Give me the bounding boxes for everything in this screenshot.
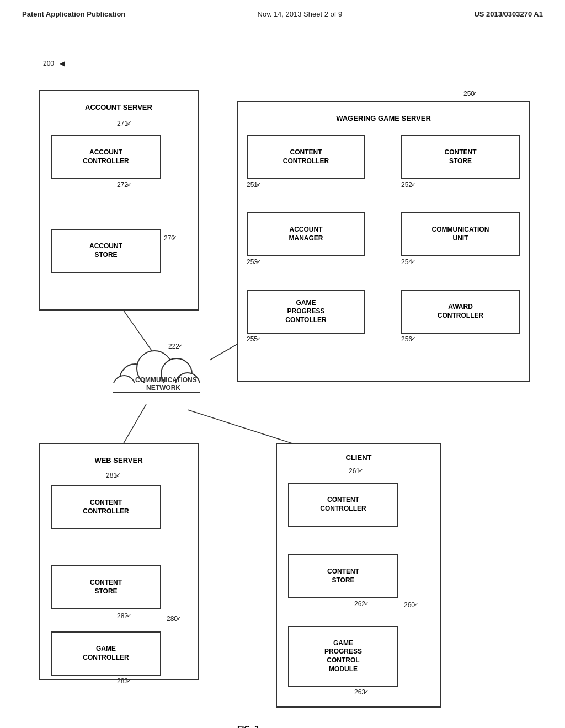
cloud-svg: COMMUNICATIONS NETWORK	[102, 338, 212, 410]
award-controller-box: AWARD CONTROLLER	[401, 290, 520, 334]
communication-unit-box: COMMUNICATION UNIT	[401, 212, 520, 256]
content-store-client-box: CONTENT STORE	[288, 554, 398, 598]
wagering-game-server-label: WAGERING GAME SERVER	[244, 108, 523, 130]
header-left: Patent Application Publication	[22, 10, 125, 18]
svg-text:NETWORK: NETWORK	[146, 384, 180, 392]
ref-272-symbol: ↙	[127, 181, 131, 187]
content-controller-ws-box: CONTENT CONTROLLER	[51, 485, 161, 529]
client-label: CLIENT	[282, 449, 435, 466]
svg-text:COMMUNICATIONS: COMMUNICATIONS	[135, 376, 197, 384]
web-server-outer-box: WEB SERVER 281 ↙ CONTENT CONTROLLER CONT…	[39, 443, 199, 680]
header-center: Nov. 14, 2013 Sheet 2 of 9	[258, 10, 343, 18]
account-store-box: ACCOUNT STORE	[51, 229, 161, 273]
content-store-ws-box: CONTENT STORE	[51, 565, 161, 609]
game-progress-controller-box: GAME PROGRESS CONTOLLER	[247, 290, 365, 334]
wagering-game-server-outer-box: WAGERING GAME SERVER CONTENT CONTROLLER …	[237, 101, 530, 382]
game-controller-box: GAME CONTROLLER	[51, 631, 161, 676]
page-header: Patent Application Publication Nov. 14, …	[0, 0, 565, 18]
client-outer-box: CLIENT 261 ↙ CONTENT CONTROLLER CONTENT …	[276, 443, 441, 708]
header-right: US 2013/0303270 A1	[474, 10, 543, 18]
ref-271-symbol: ↙	[127, 120, 131, 126]
account-manager-box: ACCOUNT MANAGER	[247, 212, 365, 256]
ref-250-symbol: ↙	[472, 90, 477, 96]
fig-label: FIG. 2	[237, 724, 259, 728]
ref-270-symbol: ↙	[172, 234, 177, 240]
content-store-wgs-box: CONTENT STORE	[401, 135, 520, 179]
diagram-ref-arrow: ◀	[60, 60, 65, 67]
game-progress-control-module-box: GAME PROGRESS CONTROL MODULE	[288, 626, 398, 687]
account-server-outer-box: ACCOUNT SERVER 271 ↙ ACCOUNT CONTROLLER …	[39, 90, 199, 311]
content-controller-client-box: CONTENT CONTROLLER	[288, 483, 398, 527]
diagram: 200 ◀ ACCOUNT SERVER 271 ↙ ACCOUNT CONTR…	[0, 29, 565, 713]
content-controller-wgs-box: CONTENT CONTROLLER	[247, 135, 365, 179]
account-controller-box: ACCOUNT CONTROLLER	[51, 135, 161, 179]
diagram-ref-200: 200	[43, 60, 54, 67]
account-server-label: ACCOUNT SERVER	[45, 97, 192, 119]
web-server-label: WEB SERVER	[45, 449, 192, 472]
